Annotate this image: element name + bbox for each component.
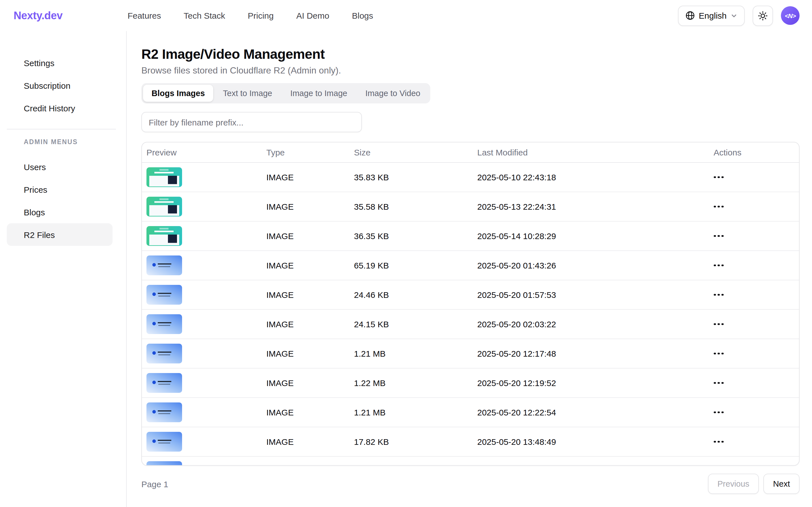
bucket-tabs: Blogs Images Text to Image Image to Imag…: [141, 83, 431, 103]
app-window: Nexty.dev Features Tech Stack Pricing AI…: [0, 0, 812, 507]
table-row: IMAGE 65.19 KB 2025-05-20 01:43:26: [142, 251, 799, 280]
sidebar-item-blogs[interactable]: Blogs: [7, 201, 113, 223]
preview-thumbnail[interactable]: [147, 226, 182, 246]
sidebar: Settings Subscription Credit History ADM…: [0, 31, 127, 507]
nav-item-ai-demo[interactable]: AI Demo: [296, 11, 329, 20]
page-subtitle: Browse files stored in Cloudflare R2 (Ad…: [141, 66, 800, 76]
table-header-row: Preview Type Size Last Modified Actions: [142, 143, 799, 163]
brand-logo[interactable]: Nexty.dev: [13, 9, 62, 22]
tab-blogs-images[interactable]: Blogs Images: [143, 85, 213, 102]
files-table-card: Preview Type Size Last Modified Actions …: [141, 142, 800, 466]
row-actions-button[interactable]: [710, 376, 727, 390]
ellipsis-icon: [717, 206, 719, 208]
table-row: IMAGE 24.46 KB 2025-05-20 01:57:53: [142, 280, 799, 310]
file-size: 35.83 KB: [354, 172, 389, 182]
table-row: IMAGE 17.82 KB 2025-05-20 13:48:49: [142, 427, 799, 457]
sun-icon: [758, 10, 768, 21]
row-actions-button[interactable]: [710, 170, 727, 184]
row-actions-button[interactable]: [710, 229, 727, 243]
nav-item-tech-stack[interactable]: Tech Stack: [184, 11, 225, 20]
table-row: IMAGE 1.21 MB 2025-05-20 12:22:54: [142, 398, 799, 427]
nav-item-pricing[interactable]: Pricing: [248, 11, 274, 20]
file-size: 35.58 KB: [354, 202, 389, 211]
theme-toggle-button[interactable]: [753, 5, 773, 26]
admin-menus-heading: ADMIN MENUS: [0, 138, 126, 145]
last-modified: 2025-05-20 12:22:54: [477, 407, 556, 417]
preview-thumbnail[interactable]: [147, 167, 182, 187]
file-type: IMAGE: [266, 172, 294, 182]
globe-icon: [685, 11, 695, 20]
language-selector[interactable]: English: [678, 5, 745, 26]
sidebar-item-subscription[interactable]: Subscription: [7, 74, 113, 97]
tab-image-to-video[interactable]: Image to Video: [357, 85, 429, 102]
file-size: 1.21 MB: [354, 407, 386, 417]
table-row: IMAGE 24.15 KB 2025-05-20 02:03:22: [142, 310, 799, 339]
ellipsis-icon: [717, 264, 719, 266]
file-size: 24.46 KB: [354, 290, 389, 299]
table-row: IMAGE 35.58 KB 2025-05-13 22:24:31: [142, 192, 799, 222]
table-row: IMAGE 1.21 MB 2025-05-20 12:17:48: [142, 339, 799, 369]
preview-thumbnail[interactable]: [147, 402, 182, 422]
preview-thumbnail[interactable]: [147, 373, 182, 393]
row-actions-button[interactable]: [710, 199, 727, 214]
sidebar-item-users[interactable]: Users: [7, 156, 113, 178]
file-type: IMAGE: [266, 407, 294, 417]
last-modified: 2025-05-10 22:43:18: [477, 172, 556, 182]
sidebar-item-settings[interactable]: Settings: [7, 51, 113, 74]
previous-page-button[interactable]: Previous: [708, 474, 759, 494]
pagination: Page 1 Previous Next: [141, 474, 800, 494]
preview-thumbnail[interactable]: [147, 314, 182, 334]
files-table: Preview Type Size Last Modified Actions …: [142, 143, 799, 466]
column-header-type: Type: [262, 143, 349, 163]
tab-text-to-image[interactable]: Text to Image: [215, 85, 281, 102]
next-page-button[interactable]: Next: [763, 474, 800, 494]
tab-image-to-image[interactable]: Image to Image: [282, 85, 356, 102]
ellipsis-icon: [717, 176, 719, 178]
ellipsis-icon: [717, 294, 719, 296]
nav-item-features[interactable]: Features: [127, 11, 161, 20]
file-size: 36.35 KB: [354, 231, 389, 241]
table-row: IMAGE 36.35 KB 2025-05-14 10:28:29: [142, 222, 799, 251]
file-type: IMAGE: [266, 437, 294, 447]
nav-item-blogs[interactable]: Blogs: [352, 11, 373, 20]
ellipsis-icon: [717, 441, 719, 443]
sidebar-divider: [7, 129, 116, 129]
table-row: IMAGE 35.83 KB 2025-05-10 22:43:18: [142, 163, 799, 192]
preview-thumbnail[interactable]: [147, 344, 182, 363]
row-actions-button[interactable]: [710, 346, 727, 361]
preview-thumbnail[interactable]: [147, 432, 182, 452]
ellipsis-icon: [717, 352, 719, 354]
row-actions-button[interactable]: [710, 405, 727, 420]
file-size: 65.19 KB: [354, 261, 389, 270]
page-indicator: Page 1: [141, 479, 168, 489]
row-actions-button[interactable]: [710, 258, 727, 273]
file-size: 17.82 KB: [354, 437, 389, 447]
table-row: [142, 457, 799, 466]
file-size: 1.22 MB: [354, 378, 386, 388]
file-type: IMAGE: [266, 202, 294, 211]
file-type: IMAGE: [266, 378, 294, 388]
sidebar-item-prices[interactable]: Prices: [7, 178, 113, 201]
user-avatar[interactable]: <N>: [781, 6, 800, 25]
file-size: 24.15 KB: [354, 319, 389, 329]
row-actions-button[interactable]: [710, 434, 727, 449]
sidebar-item-r2-files[interactable]: R2 Files: [7, 223, 113, 246]
table-row: IMAGE 1.22 MB 2025-05-20 12:19:52: [142, 369, 799, 398]
ellipsis-icon: [717, 323, 719, 325]
ellipsis-icon: [717, 411, 719, 413]
language-label: English: [699, 11, 726, 20]
top-navigation: Nexty.dev Features Tech Stack Pricing AI…: [0, 0, 812, 31]
last-modified: 2025-05-20 13:48:49: [477, 437, 556, 447]
preview-thumbnail[interactable]: [147, 197, 182, 217]
row-actions-button[interactable]: [710, 287, 727, 302]
main-content: R2 Image/Video Management Browse files s…: [127, 31, 800, 507]
column-header-size: Size: [349, 143, 473, 163]
row-actions-button[interactable]: [710, 317, 727, 332]
preview-thumbnail[interactable]: [147, 461, 182, 466]
preview-thumbnail[interactable]: [147, 285, 182, 305]
last-modified: 2025-05-20 02:03:22: [477, 319, 556, 329]
file-type: IMAGE: [266, 349, 294, 358]
preview-thumbnail[interactable]: [147, 256, 182, 275]
filename-filter-input[interactable]: [141, 112, 362, 132]
sidebar-item-credit-history[interactable]: Credit History: [7, 97, 113, 119]
